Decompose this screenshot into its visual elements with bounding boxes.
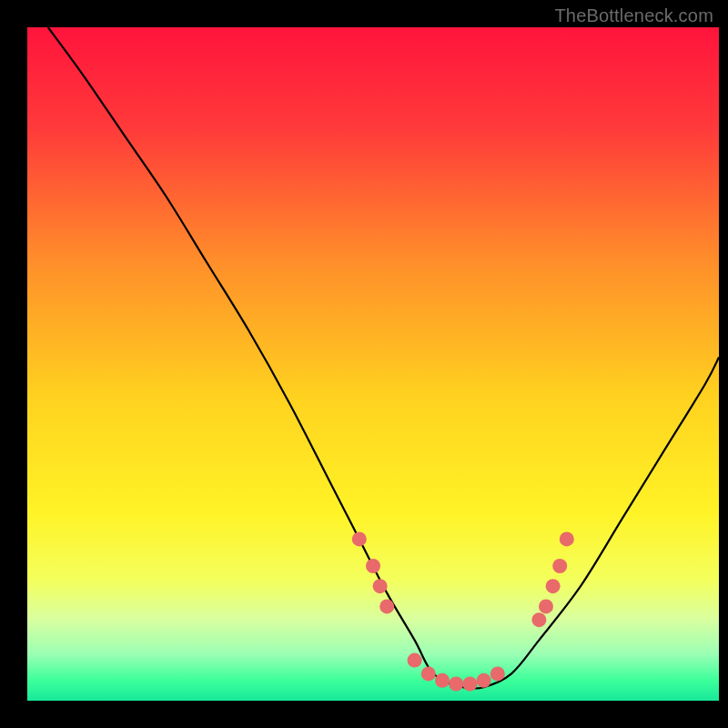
highlight-dot <box>539 599 553 613</box>
chart-container: TheBottleneck.com <box>0 0 728 728</box>
highlight-dot <box>531 612 546 627</box>
highlight-dot <box>366 559 380 573</box>
highlight-dot <box>373 579 388 593</box>
bottleneck-chart <box>0 0 728 728</box>
highlight-dot <box>421 666 436 681</box>
highlight-dot <box>435 673 450 688</box>
highlight-dot <box>552 559 567 573</box>
watermark-text: TheBottleneck.com <box>554 5 713 26</box>
highlight-dot <box>477 673 491 688</box>
highlight-dot <box>379 599 394 613</box>
highlight-dot <box>449 677 463 692</box>
highlight-dot <box>352 531 367 546</box>
highlight-dot <box>560 531 574 546</box>
highlight-dot <box>546 579 561 593</box>
highlight-dot <box>490 666 505 681</box>
highlight-dot <box>408 653 422 668</box>
plot-background <box>27 27 719 701</box>
highlight-dot <box>462 677 477 692</box>
